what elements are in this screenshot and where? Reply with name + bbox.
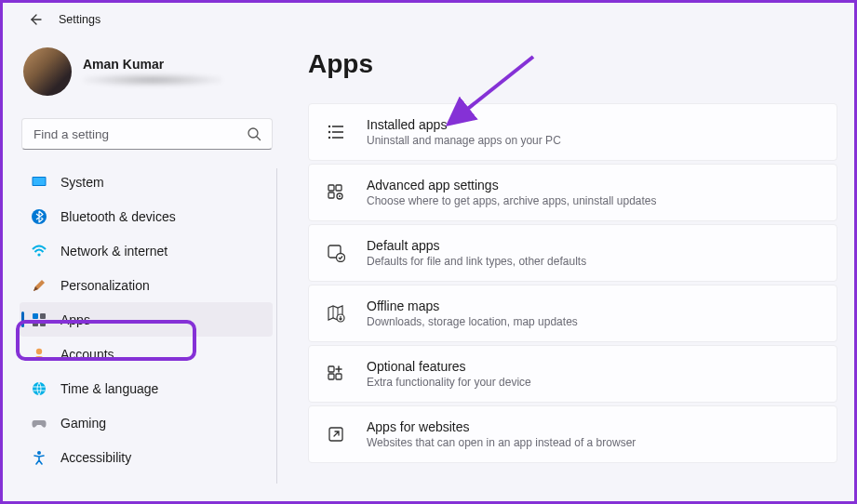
map-icon	[326, 303, 346, 324]
divider	[276, 168, 277, 484]
sidebar-item-bluetooth[interactable]: Bluetooth & devices	[20, 199, 273, 233]
sidebar-item-gaming[interactable]: Gaming	[20, 405, 273, 440]
page-title: Apps	[308, 49, 837, 79]
gamepad-icon	[31, 415, 47, 431]
svg-rect-13	[332, 126, 343, 127]
accessibility-icon	[31, 449, 47, 466]
card-offline-maps[interactable]: Offline maps Downloads, storage location…	[308, 285, 837, 342]
svg-rect-5	[33, 313, 38, 319]
sidebar-item-label: Network & internet	[60, 244, 167, 259]
svg-point-9	[36, 348, 42, 353]
card-title: Apps for websites	[367, 419, 636, 434]
card-subtitle: Defaults for file and link types, other …	[367, 255, 586, 268]
sidebar-item-time-language[interactable]: Time & language	[20, 371, 273, 405]
svg-rect-19	[336, 185, 341, 191]
svg-point-10	[33, 382, 46, 395]
search-box	[21, 118, 273, 150]
sidebar-item-accounts[interactable]: Accounts	[20, 337, 273, 371]
card-subtitle: Extra functionality for your device	[367, 376, 531, 389]
svg-point-16	[328, 137, 330, 139]
profile-email-blurred	[83, 73, 222, 86]
sidebar-item-label: Bluetooth & devices	[60, 209, 176, 224]
apps-icon	[31, 312, 47, 328]
card-title: Default apps	[367, 238, 586, 253]
card-title: Installed apps	[367, 117, 561, 132]
sidebar-item-label: Accounts	[60, 347, 114, 362]
card-advanced-app-settings[interactable]: Advanced app settings Choose where to ge…	[308, 164, 837, 221]
nav-list: System Bluetooth & devices Network & int…	[20, 165, 275, 474]
external-link-icon	[326, 424, 346, 444]
globe-clock-icon	[31, 380, 47, 397]
arrow-left-icon	[27, 12, 42, 27]
sidebar-item-label: Time & language	[60, 381, 158, 396]
card-title: Offline maps	[367, 298, 578, 313]
sidebar-item-label: Apps	[60, 312, 90, 327]
settings-cards: Installed apps Uninstall and manage apps…	[308, 103, 837, 463]
search-input[interactable]	[21, 118, 273, 150]
card-title: Advanced app settings	[367, 178, 657, 192]
wifi-icon	[31, 243, 47, 259]
card-subtitle: Uninstall and manage apps on your PC	[367, 134, 561, 147]
apps-gear-icon	[326, 182, 346, 203]
sidebar-item-apps[interactable]: Apps	[20, 302, 273, 337]
svg-rect-15	[332, 131, 343, 133]
apps-check-icon	[326, 243, 346, 263]
svg-rect-2	[33, 178, 46, 185]
svg-point-11	[37, 451, 41, 455]
system-icon	[31, 174, 47, 191]
svg-point-0	[248, 128, 258, 138]
svg-rect-18	[328, 185, 334, 191]
card-optional-features[interactable]: Optional features Extra functionality fo…	[308, 345, 837, 403]
profile-section[interactable]: Aman Kumar	[20, 44, 275, 109]
sidebar-item-accessibility[interactable]: Accessibility	[20, 440, 273, 474]
window-header: Settings	[3, 3, 854, 33]
svg-rect-17	[332, 137, 343, 139]
svg-rect-28	[336, 374, 341, 379]
sidebar-item-label: Accessibility	[60, 450, 131, 465]
svg-point-4	[37, 253, 40, 256]
list-icon	[326, 122, 346, 142]
svg-rect-6	[40, 313, 46, 319]
svg-rect-7	[33, 321, 38, 326]
back-button[interactable]	[27, 12, 42, 27]
header-title: Settings	[59, 13, 100, 26]
avatar	[23, 47, 72, 96]
sidebar-item-label: System	[60, 175, 104, 190]
svg-point-12	[328, 126, 330, 127]
sidebar-item-network[interactable]: Network & internet	[20, 233, 273, 268]
card-subtitle: Websites that can open in an app instead…	[367, 436, 636, 449]
svg-point-14	[328, 131, 330, 133]
svg-rect-8	[40, 321, 46, 326]
svg-point-22	[339, 195, 341, 197]
main-content: Apps Installed apps Uninstall and manage…	[282, 33, 854, 499]
apps-plus-icon	[326, 364, 346, 384]
sidebar-item-label: Personalization	[60, 278, 150, 293]
sidebar-item-label: Gaming	[60, 416, 106, 431]
card-apps-for-websites[interactable]: Apps for websites Websites that can open…	[308, 405, 837, 463]
svg-rect-27	[328, 374, 334, 379]
card-subtitle: Choose where to get apps, archive apps, …	[367, 194, 657, 207]
paintbrush-icon	[31, 277, 47, 294]
sidebar-item-personalization[interactable]: Personalization	[20, 268, 273, 302]
card-title: Optional features	[367, 359, 531, 374]
profile-name: Aman Kumar	[83, 57, 222, 72]
svg-rect-20	[328, 192, 334, 198]
person-icon	[31, 346, 47, 363]
card-subtitle: Downloads, storage location, map updates	[367, 315, 578, 328]
card-default-apps[interactable]: Default apps Defaults for file and link …	[308, 224, 837, 282]
bluetooth-icon	[31, 208, 47, 225]
sidebar: Aman Kumar System Bluetooth & de	[3, 33, 282, 499]
svg-rect-26	[328, 366, 334, 372]
sidebar-item-system[interactable]: System	[20, 165, 273, 199]
search-icon	[247, 126, 261, 141]
card-installed-apps[interactable]: Installed apps Uninstall and manage apps…	[308, 103, 837, 161]
